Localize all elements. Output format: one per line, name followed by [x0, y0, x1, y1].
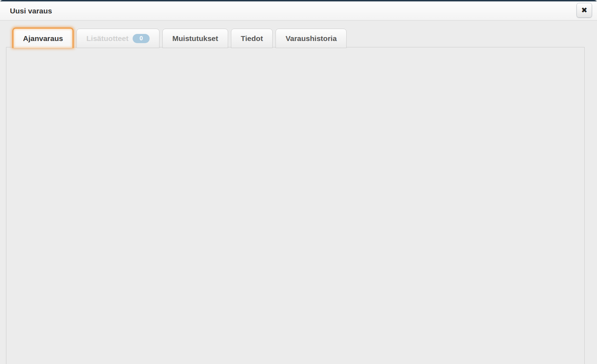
tab-label: Lisätuotteet [86, 29, 128, 48]
tab-varaushistoria[interactable]: Varaushistoria [276, 29, 347, 48]
close-button[interactable]: ✖ [576, 3, 592, 18]
tab-label: Varaushistoria [285, 29, 337, 48]
tab-bar: Ajanvaraus Lisätuotteet 0 Muistutukset T… [12, 28, 347, 48]
tab-label: Muistutukset [172, 29, 218, 48]
tab-count-badge: 0 [133, 34, 150, 43]
close-icon: ✖ [581, 6, 587, 14]
dialog-header: Uusi varaus [0, 1, 597, 20]
new-booking-dialog: Uusi varaus ✖ Ajanvaraus Lisätuotteet 0 … [0, 0, 597, 364]
tab-lisatuotteet[interactable]: Lisätuotteet 0 [76, 29, 160, 48]
tab-ajanvaraus[interactable]: Ajanvaraus [12, 28, 74, 48]
tab-label: Ajanvaraus [23, 29, 63, 48]
tab-tiedot[interactable]: Tiedot [231, 29, 273, 48]
dialog-title: Uusi varaus [10, 1, 52, 20]
tab-content-panel [6, 47, 585, 364]
tab-muistutukset[interactable]: Muistutukset [162, 29, 228, 48]
tab-label: Tiedot [241, 29, 263, 48]
